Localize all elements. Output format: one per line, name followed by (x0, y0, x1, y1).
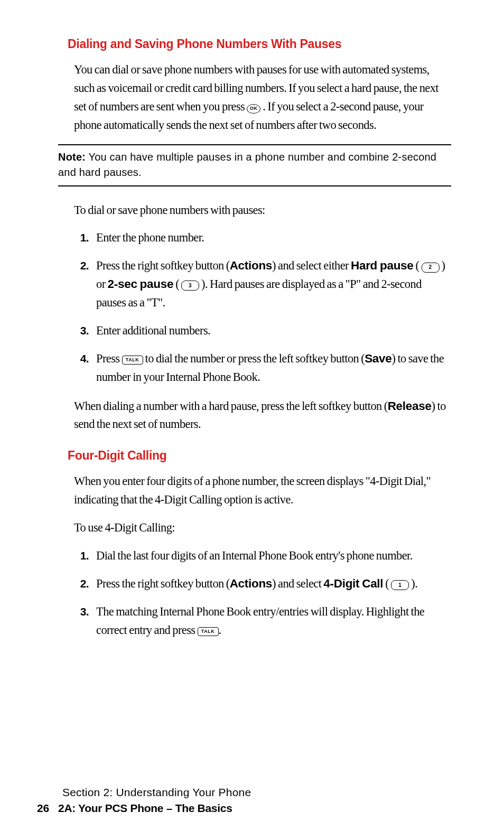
talk-key-icon: TALK (122, 356, 143, 365)
text: ) and select (272, 577, 323, 590)
text: ). (409, 577, 417, 590)
text: Press the right softkey button ( (96, 577, 230, 590)
step-number: 3. (74, 322, 89, 340)
paragraph: You can dial or save phone numbers with … (74, 61, 451, 135)
step-text: Enter additional numbers. (96, 322, 451, 340)
step-number: 2. (74, 575, 89, 593)
note-text: You can have multiple pauses in a phone … (58, 151, 436, 178)
bold-text: Save (365, 352, 391, 365)
list-item: 1. Enter the phone number. (74, 229, 451, 247)
list-item: 1. Dial the last four digits of an Inter… (74, 547, 451, 565)
heading-dialing-pauses: Dialing and Saving Phone Numbers With Pa… (68, 37, 451, 51)
footer-section-title: Section 2: Understanding Your Phone (62, 786, 251, 799)
step-number: 3. (74, 603, 89, 640)
bold-text: Hard pause (351, 259, 414, 272)
list-item: 3. The matching Internal Phone Book entr… (74, 603, 451, 640)
step-text: Press TALK to dial the number or press t… (96, 350, 451, 387)
text: Press (96, 352, 122, 365)
text: ( (173, 277, 181, 291)
text: The matching Internal Phone Book entry/e… (96, 605, 424, 637)
ordered-list: 1. Enter the phone number. 2. Press the … (74, 229, 451, 386)
text: ( (383, 577, 391, 590)
step-text: Press the right softkey button (Actions)… (96, 257, 451, 312)
bold-text: Actions (230, 259, 272, 272)
list-item: 3. Enter additional numbers. (74, 322, 451, 340)
text: to dial the number or press the left sof… (143, 352, 365, 365)
key-3-icon: 3 (181, 281, 199, 291)
page-content: Dialing and Saving Phone Numbers With Pa… (0, 0, 504, 639)
step-text: Enter the phone number. (96, 229, 451, 247)
list-item: 4. Press TALK to dial the number or pres… (74, 350, 451, 387)
key-1-icon: 1 (391, 580, 409, 590)
bold-text: 2-sec pause (108, 277, 174, 291)
footer-chapter-line: 262A: Your PCS Phone – The Basics (37, 802, 251, 815)
paragraph: When you enter four digits of a phone nu… (74, 472, 451, 509)
text: When dialing a number with a hard pause,… (74, 399, 388, 413)
page-footer: Section 2: Understanding Your Phone 262A… (37, 786, 251, 815)
step-number: 1. (74, 547, 89, 565)
bold-text: 4-Digit Call (323, 577, 383, 590)
text: ) and select either (272, 259, 351, 272)
bold-text: Actions (230, 577, 272, 590)
talk-key-icon: TALK (198, 627, 219, 636)
heading-four-digit: Four-Digit Calling (68, 449, 451, 463)
step-text: Press the right softkey button (Actions)… (96, 575, 451, 593)
paragraph: To dial or save phone numbers with pause… (74, 201, 451, 220)
note-block: Note: You can have multiple pauses in a … (58, 144, 451, 186)
chapter-title: 2A: Your PCS Phone – The Basics (58, 802, 232, 814)
bold-text: Release (388, 399, 432, 413)
text: Press the right softkey button ( (96, 259, 230, 272)
step-text: The matching Internal Phone Book entry/e… (96, 603, 451, 640)
step-number: 1. (74, 229, 89, 247)
step-number: 4. (74, 350, 89, 387)
key-2-icon: 2 (422, 263, 440, 273)
ok-key-icon: OK (247, 104, 260, 114)
step-number: 2. (74, 257, 89, 312)
step-text: Dial the last four digits of an Internal… (96, 547, 451, 565)
list-item: 2. Press the right softkey button (Actio… (74, 257, 451, 312)
paragraph: To use 4-Digit Calling: (74, 519, 451, 537)
ordered-list: 1. Dial the last four digits of an Inter… (74, 547, 451, 640)
page-number: 26 (37, 802, 58, 815)
text: ( (414, 259, 422, 272)
text: . (219, 623, 221, 637)
note-label: Note: (58, 151, 86, 163)
list-item: 2. Press the right softkey button (Actio… (74, 575, 451, 593)
paragraph: When dialing a number with a hard pause,… (74, 397, 451, 434)
